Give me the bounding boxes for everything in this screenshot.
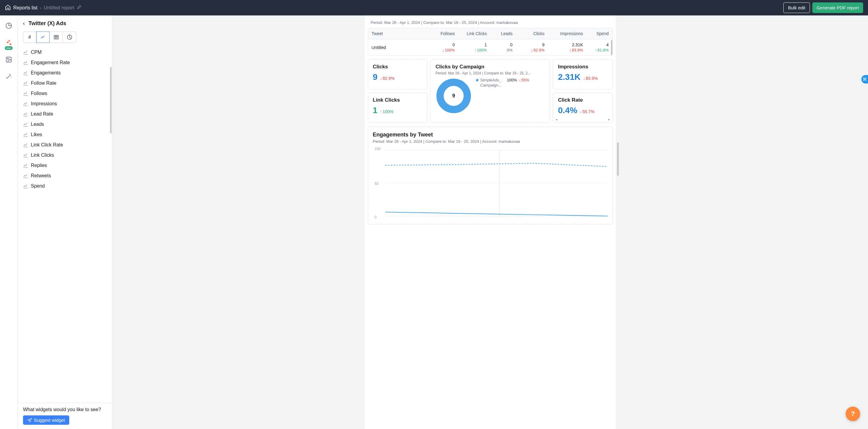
breadcrumb: Reports list › Untitled report <box>5 4 81 11</box>
canvas[interactable]: Period: Mar 26 - Apr 1, 2024 | Compare t… <box>112 16 868 429</box>
metric-item[interactable]: Lead Rate <box>23 109 110 119</box>
generate-pdf-button[interactable]: Generate PDF report <box>812 2 863 13</box>
cell-link-clicks: 1↑100% <box>455 42 487 52</box>
period-line: Period: Mar 26 - Apr 1, 2024 | Compare t… <box>368 19 613 28</box>
cell-impressions: 2.31K↓83.9% <box>545 42 583 52</box>
table-header-cell[interactable]: Spend <box>583 31 609 36</box>
card-value: 9 <box>373 72 378 82</box>
card-title: Link Clicks <box>373 97 423 103</box>
widget-type-tabs: # <box>18 30 112 47</box>
suggest-prompt: What widgets would you like to see? <box>23 407 106 412</box>
card-engagements-by-tweet[interactable]: Engagements by Tweet Period: Mar 26 - Ap… <box>368 126 613 224</box>
home-icon[interactable] <box>5 4 11 11</box>
card-title: Clicks by Campaign <box>435 64 545 70</box>
metric-item[interactable]: Impressions <box>23 99 110 109</box>
line-chart: 100 50 0 <box>373 147 608 219</box>
topbar-actions: Bulk edit Generate PDF report <box>783 2 863 13</box>
card-title: Impressions <box>558 64 608 70</box>
new-badge: new <box>4 46 13 50</box>
vertical-rail: new <box>0 16 18 429</box>
rail-wand-icon[interactable] <box>4 72 13 81</box>
cell-tweet: Untitled <box>372 45 423 50</box>
bulk-edit-button[interactable]: Bulk edit <box>783 2 810 13</box>
metric-item[interactable]: Leads <box>23 119 110 129</box>
chart-subtitle: Period: Mar 26 - Apr 1, 2024 | Compare t… <box>373 139 608 144</box>
card-title: Clicks <box>373 64 423 70</box>
keyboard-shortcut-tab[interactable]: ⌘ <box>861 75 868 84</box>
table-scrollbar[interactable] <box>611 40 613 56</box>
sidebar-scrollbar[interactable] <box>110 67 112 133</box>
card-value: 1 <box>373 105 378 115</box>
rail-image-icon[interactable] <box>4 55 13 64</box>
metric-item[interactable]: Follows <box>23 88 110 99</box>
tab-line-icon[interactable] <box>36 31 50 43</box>
donut-chart: 9 <box>435 78 472 114</box>
pencil-icon[interactable] <box>76 5 81 10</box>
cell-follows: 0↓100% <box>423 42 455 52</box>
breadcrumb-current[interactable]: Untitled report <box>44 5 74 10</box>
legend-delta: ↓55% <box>519 78 529 82</box>
metric-item[interactable]: Link Click Rate <box>23 140 110 150</box>
metric-item[interactable]: CPM <box>23 47 110 58</box>
y-tick: 0 <box>375 215 377 219</box>
table-header-cell[interactable]: Impressions <box>545 31 583 36</box>
top-bar: Reports list › Untitled report Bulk edit… <box>0 0 868 16</box>
metric-list[interactable]: CPMEngagement RateEngagementsFollow Rate… <box>18 47 112 402</box>
svg-point-1 <box>7 58 8 59</box>
metric-item[interactable]: Link Clicks <box>23 150 110 160</box>
donut-center-value: 9 <box>435 78 472 114</box>
cell-clicks: 9↓92.9% <box>513 42 545 52</box>
suggest-widget-button[interactable]: Suggest widget <box>23 416 69 425</box>
card-clicks-by-campaign[interactable]: Clicks by Campaign Period: Mar 26 - Apr … <box>430 59 550 123</box>
table-row[interactable]: Untitled 0↓100% 1↑100% 00% 9↓92.9% 2.31K… <box>368 39 613 55</box>
help-button[interactable]: ? <box>846 407 860 421</box>
svg-rect-2 <box>54 35 58 39</box>
metric-item[interactable]: Retweets <box>23 171 110 181</box>
table-header-cell[interactable]: Tweet <box>372 31 423 36</box>
report-page: Period: Mar 26 - Apr 1, 2024 | Compare t… <box>365 16 616 429</box>
sidebar-title: Twitter (X) Ads <box>28 20 66 27</box>
rail-connector-icon[interactable]: new <box>4 38 13 47</box>
resize-handles[interactable] <box>556 117 610 121</box>
legend-pct: 100% <box>507 78 517 82</box>
y-tick: 50 <box>375 182 379 186</box>
cell-leads: 00% <box>487 42 513 52</box>
metric-item[interactable]: Spend <box>23 181 110 191</box>
chevron-right-icon: › <box>40 5 41 10</box>
metric-item[interactable]: Replies <box>23 160 110 171</box>
canvas-scrollbar[interactable] <box>617 143 619 176</box>
suggest-widget-label: Suggest widget <box>34 418 65 423</box>
tab-table-icon[interactable] <box>50 31 63 43</box>
metric-item[interactable]: Engagements <box>23 68 110 78</box>
card-subtitle: Period: Mar 26 - Apr 1, 2024 | Compare t… <box>435 71 545 75</box>
legend-name: SimpleAds_ Campaign... <box>480 78 505 88</box>
cell-spend: 4↑81.8% <box>583 42 609 52</box>
sidebar: ‹ Twitter (X) Ads # CPMEngagement RateEn… <box>18 16 112 429</box>
y-tick: 100 <box>375 147 381 151</box>
metric-item[interactable]: Likes <box>23 129 110 140</box>
legend-dot-icon <box>476 79 478 81</box>
card-value: 0.4% <box>558 105 577 115</box>
back-chevron-icon[interactable]: ‹ <box>23 20 25 27</box>
metrics-table: TweetFollowsLink ClicksLeadsClicksImpres… <box>368 28 613 56</box>
table-header-cell[interactable]: Clicks <box>513 31 545 36</box>
card-link-clicks[interactable]: Link Clicks 1↑100% <box>368 93 428 123</box>
card-title: Click Rate <box>558 97 608 103</box>
tab-pie-icon[interactable] <box>63 31 76 43</box>
table-header-cell[interactable]: Leads <box>487 31 513 36</box>
metric-item[interactable]: Engagement Rate <box>23 58 110 68</box>
tab-number-icon[interactable]: # <box>23 31 36 43</box>
table-header-cell[interactable]: Link Clicks <box>455 31 487 36</box>
table-header-cell[interactable]: Follows <box>423 31 455 36</box>
card-value: 2.31K <box>558 72 581 82</box>
card-impressions[interactable]: Impressions 2.31K↓83.9% <box>553 59 613 90</box>
card-click-rate[interactable]: Click Rate 0.4%↓55.7% <box>553 93 613 123</box>
breadcrumb-root[interactable]: Reports list <box>13 5 37 10</box>
metric-item[interactable]: Follow Rate <box>23 78 110 88</box>
table-header: TweetFollowsLink ClicksLeadsClicksImpres… <box>368 28 613 39</box>
card-clicks[interactable]: Clicks 9↓92.9% <box>368 59 428 90</box>
rail-chart-icon[interactable] <box>4 22 13 30</box>
chart-title: Engagements by Tweet <box>373 132 608 138</box>
